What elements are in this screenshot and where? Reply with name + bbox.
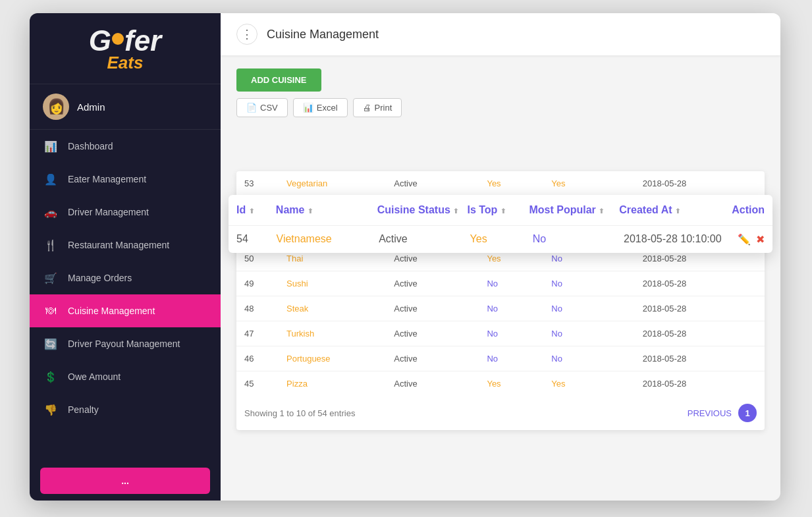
sidebar-item-eater-management[interactable]: 👤 Eater Management — [30, 163, 221, 196]
main-content: ⋮ Cuisine Management ADD CUISINE 📄 CSV 📊… — [221, 13, 780, 501]
cell-action — [749, 346, 765, 371]
print-icon: 🖨 — [363, 103, 371, 113]
payout-icon: 🔄 — [43, 336, 59, 352]
menu-dots-button[interactable]: ⋮ — [236, 24, 257, 45]
cell-name: Vegetarian — [279, 171, 386, 196]
sidebar-item-label: Eater Management — [68, 174, 146, 184]
cell-created: 2018-05-28 — [635, 371, 749, 396]
logo-g: G — [89, 24, 111, 57]
cell-popular: No — [543, 271, 634, 296]
person-icon: 👤 — [43, 171, 59, 187]
sidebar-item-label: Driver Payout Management — [68, 339, 180, 349]
cell-status: Active — [379, 233, 470, 246]
highlighted-data-row: 54 Vietnamese Active Yes No 2018-05-28 1… — [229, 226, 772, 253]
cell-action — [749, 296, 765, 321]
cell-action — [749, 171, 765, 196]
cell-popular: No — [543, 346, 634, 371]
table-row: 53 Vegetarian Active Yes Yes 2018-05-28 — [236, 171, 765, 196]
cell-istop: Yes — [479, 371, 543, 396]
cell-id: 54 — [236, 233, 277, 246]
sidebar: Gfer Eats 👩 Admin 📊 Dashboard 👤 Eater Ma… — [30, 13, 221, 501]
cell-istop: No — [479, 321, 543, 346]
cell-id: 45 — [236, 371, 279, 396]
dashboard-icon: 📊 — [43, 138, 59, 154]
file-icon: 📄 — [246, 103, 257, 113]
sidebar-item-restaurant-management[interactable]: 🍴 Restaurant Management — [30, 229, 221, 261]
cell-id: 46 — [236, 346, 279, 371]
page-number[interactable]: 1 — [738, 404, 757, 422]
cuisine-icon: 🍽 — [43, 303, 59, 319]
previous-button[interactable]: PREVIOUS — [688, 408, 732, 418]
cell-created: 2018-05-28 — [635, 171, 749, 196]
sidebar-item-label: Owe Amount — [68, 371, 121, 382]
cell-created: 2018-05-28 10:10:00 — [624, 233, 738, 246]
cell-created: 2018-05-28 — [635, 296, 749, 321]
sidebar-item-penalty[interactable]: 👎 Penalty — [30, 393, 221, 426]
cell-created: 2018-05-28 — [635, 271, 749, 296]
toolbar: ADD CUISINE 📄 CSV 📊 Excel 🖨 Print — [236, 68, 765, 117]
edit-button[interactable]: ✏️ — [738, 233, 751, 246]
cell-id: 53 — [236, 171, 279, 196]
cell-created: 2018-05-28 — [635, 321, 749, 346]
content-area: ADD CUISINE 📄 CSV 📊 Excel 🖨 Print — [221, 55, 780, 501]
sidebar-item-label: Restaurant Management — [68, 240, 169, 250]
cell-name: Turkish — [279, 321, 386, 346]
admin-name: Admin — [77, 101, 105, 113]
sidebar-item-owe-amount[interactable]: 💲 Owe Amount — [30, 360, 221, 393]
delete-button[interactable]: ✖ — [756, 233, 765, 246]
cell-name: Pizza — [279, 371, 386, 396]
cell-name: Portuguese — [279, 346, 386, 371]
sidebar-item-manage-orders[interactable]: 🛒 Manage Orders — [30, 261, 221, 294]
cell-istop: Yes — [479, 171, 543, 196]
sidebar-item-label: Penalty — [68, 404, 99, 415]
cell-popular: No — [543, 296, 634, 321]
table-row: 49 Sushi Active No No 2018-05-28 — [236, 271, 765, 296]
pagination: PREVIOUS 1 — [688, 404, 757, 422]
sidebar-item-dashboard[interactable]: 📊 Dashboard — [30, 130, 221, 163]
cell-popular: Yes — [543, 171, 634, 196]
add-cuisine-button[interactable]: ADD CUISINE — [236, 68, 321, 92]
table-wrapper: Id ⬆ Name ⬆ Cuisine Status ⬆ Is Top ⬆ Mo… — [236, 171, 765, 430]
showing-entries: Showing 1 to 10 of 54 entries — [244, 408, 355, 418]
cell-id: 49 — [236, 271, 279, 296]
export-buttons: 📄 CSV 📊 Excel 🖨 Print — [236, 98, 765, 117]
cell-istop: No — [479, 271, 543, 296]
page-title: Cuisine Management — [267, 28, 379, 41]
table-footer: Showing 1 to 10 of 54 entries PREVIOUS 1 — [236, 396, 765, 430]
sidebar-item-label: Driver Management — [68, 207, 149, 217]
nav-menu: 📊 Dashboard 👤 Eater Management 🚗 Driver … — [30, 130, 221, 461]
excel-button[interactable]: 📊 Excel — [293, 98, 348, 117]
cell-istop: No — [479, 346, 543, 371]
cell-action — [749, 321, 765, 346]
cell-action — [749, 371, 765, 396]
admin-section: 👩 Admin — [30, 84, 221, 130]
cell-istop: No — [479, 296, 543, 321]
sidebar-item-driver-payout[interactable]: 🔄 Driver Payout Management — [30, 327, 221, 360]
col-header-status[interactable]: Cuisine Status ⬆ — [377, 204, 468, 216]
sidebar-item-cuisine-management[interactable]: 🍽 Cuisine Management — [30, 294, 221, 327]
sidebar-item-driver-management[interactable]: 🚗 Driver Management — [30, 196, 221, 229]
sidebar-item-label: Manage Orders — [68, 273, 132, 283]
highlighted-row-card: Id ⬆ Name ⬆ Cuisine Status ⬆ Is Top ⬆ Mo… — [229, 195, 772, 253]
cell-created: 2018-05-28 — [635, 346, 749, 371]
col-header-created[interactable]: Created At ⬆ — [619, 204, 732, 216]
sidebar-bottom-button[interactable]: ... — [40, 468, 210, 494]
excel-icon: 📊 — [303, 103, 313, 113]
table-row: 47 Turkish Active No No 2018-05-28 — [236, 321, 765, 346]
cell-action: ✏️ ✖ — [738, 233, 765, 246]
col-header-popular[interactable]: Most Popular ⬆ — [529, 204, 619, 216]
cell-popular: No — [533, 233, 624, 246]
cell-id: 47 — [236, 321, 279, 346]
cell-status: Active — [386, 321, 479, 346]
col-header-name[interactable]: Name ⬆ — [276, 204, 377, 216]
cell-action — [749, 271, 765, 296]
col-header-id[interactable]: Id ⬆ — [236, 204, 276, 216]
sidebar-item-label: Cuisine Management — [68, 306, 155, 316]
logo-fer: fer — [124, 24, 161, 57]
float-card-header: Id ⬆ Name ⬆ Cuisine Status ⬆ Is Top ⬆ Mo… — [229, 195, 772, 226]
print-button[interactable]: 🖨 Print — [353, 98, 402, 117]
col-header-istop[interactable]: Is Top ⬆ — [467, 204, 529, 216]
csv-button[interactable]: 📄 CSV — [236, 98, 288, 117]
fork-icon: 🍴 — [43, 237, 59, 253]
cell-status: Active — [386, 171, 479, 196]
